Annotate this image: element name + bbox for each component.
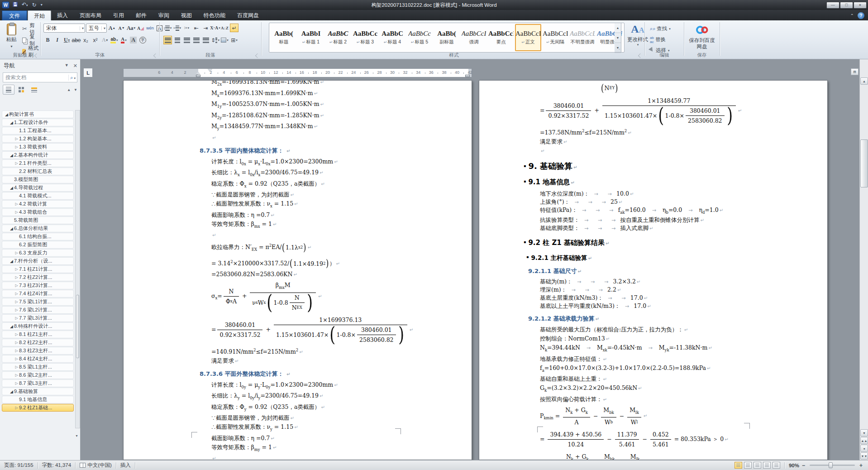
word-app-icon[interactable]: W [2,1,10,9]
change-case-button[interactable]: Aa▾ [127,24,135,33]
nav-item-2.2 材料汇总表[interactable]: 2.2 材料汇总表 [2,168,74,175]
previous-heading-icon[interactable]: ▲ [67,88,71,92]
decrease-indent-button[interactable]: ⇤ [192,24,200,32]
ruler-toggle-button[interactable]: ▤ [851,68,858,75]
sort-button[interactable]: A↓Z [220,24,229,32]
shading-button[interactable]: ▾ [220,36,229,44]
style-要点[interactable]: AaBbCcI要点 [488,24,514,51]
nav-item-7.6 梁L2计算...[interactable]: ▷7.6 梁L2计算... [2,306,74,314]
ribbon-tab-百度网盘[interactable]: 百度网盘 [231,10,265,20]
show-hide-marks-button[interactable]: ↵ [230,24,238,32]
styles-gallery-expand-icon[interactable]: ▼̱ [615,43,621,53]
nav-expander-icon[interactable]: ◢ [9,153,14,158]
nav-expander-icon[interactable]: ▷ [14,332,19,336]
font-name-select[interactable]: 宋体▾ [43,24,85,33]
document-page-left[interactable]: M2x=-1699318.13N·mm=-1.699KN·m↵Mx=169937… [123,80,472,460]
zoom-slider[interactable] [810,465,855,466]
nav-item-2.基本构件统计[interactable]: ◢2.基本构件统计 [2,151,74,159]
select-browse-object-icon[interactable]: ● [860,445,868,452]
copy-button[interactable]: 复制 [21,35,40,45]
style-标题 3[interactable]: AaBbCc↵标题 3 [352,24,378,51]
ribbon-tab-开始[interactable]: 开始 [28,10,51,20]
style-标题[interactable]: AaBb(标题 [271,24,297,51]
style-副标题[interactable]: AaBb(副标题 [434,24,460,51]
styles-scroll-down-icon[interactable]: ▼ [615,33,621,43]
nav-expander-icon[interactable]: ▷ [14,300,19,304]
find-button[interactable]: ⌕⌕查找▾ [649,24,672,34]
nav-expander-icon[interactable]: ◢ [9,120,14,125]
nav-item-4.导荷载过程[interactable]: ◢4.导荷载过程 [2,184,74,192]
save-to-baidu-button[interactable]: 保存到百度网盘 [688,21,716,56]
nav-expander-icon[interactable]: ◢ [9,259,14,264]
nav-expander-icon[interactable]: ▷ [14,292,19,296]
nav-item-6.总体分析结果[interactable]: ◢6.总体分析结果 [2,225,74,232]
nav-item-9.1 地基信息[interactable]: 9.1 地基信息 [2,396,74,403]
align-right-button[interactable] [182,36,191,44]
save-button[interactable] [12,2,19,8]
close-button[interactable]: × [854,2,867,9]
right-indent-marker[interactable] [465,75,470,77]
numbering-button[interactable]: ¹²▾ [173,24,181,32]
insert-mode-indicator[interactable]: 插入 [116,462,135,469]
zoom-slider-thumb[interactable] [829,462,833,468]
font-color-button[interactable]: A▾ [119,36,128,44]
ribbon-tab-文件[interactable]: 文件 [2,10,27,20]
ribbon-tab-引用[interactable]: 引用 [107,10,130,20]
language-indicator[interactable]: 中文(中国) [76,462,116,469]
phonetic-guide-button[interactable]: wén [146,24,154,33]
zoom-out-icon[interactable]: − [801,462,806,469]
nav-item-2.1 杆件类型...[interactable]: ▷2.1 杆件类型... [2,159,74,167]
style-不明显强调[interactable]: AaBbCcL不明显强调 [569,24,596,51]
nav-item-7.2 柱Z2计算...[interactable]: ▷7.2 柱Z2计算... [2,273,74,281]
style-标题 4[interactable]: AaBbC↵标题 4 [379,24,405,51]
nav-tab-headings[interactable] [3,85,14,95]
superscript-button[interactable]: x² [91,36,100,44]
style-标题 1[interactable]: AaBbI↵标题 1 [298,24,324,51]
minimize-button[interactable]: — [826,2,839,9]
navigation-options-icon[interactable]: ▼ [65,63,69,69]
nav-item-7.5 梁L1计算...[interactable]: ▷7.5 梁L1计算... [2,298,74,306]
nav-item-6.1 结构自振...[interactable]: 6.1 结构自振... [2,233,74,240]
previous-page-icon[interactable]: ▲▲ [860,437,868,444]
nav-expander-icon[interactable]: ▷ [14,365,19,369]
nav-item-8.5 梁L1主杆...[interactable]: ▷8.5 梁L1主杆... [2,363,74,371]
vertical-scrollbar[interactable]: ▲ ▼ ▲▲ ● ▼▼ [859,59,868,460]
italic-button[interactable]: I [53,36,62,44]
style-强调[interactable]: AaBbCcI强调 [461,24,487,51]
nav-item-9.基础验算[interactable]: ◢9.基础验算 [2,388,74,395]
ribbon-tab-页面布局[interactable]: 页面布局 [74,10,107,20]
fullscreen-reading-view-icon[interactable] [744,462,752,469]
line-spacing-button[interactable]: ⇕▾ [211,36,219,44]
scroll-down-icon[interactable]: ▼ [860,429,868,436]
restore-button[interactable]: □ [840,2,853,9]
nav-expander-icon[interactable]: ▷ [14,406,19,410]
distribute-button[interactable] [201,36,210,44]
navigation-scroll-down-icon[interactable]: ▼ [74,433,79,438]
nav-item-1.1 工程基本...[interactable]: 1.1 工程基本... [2,127,74,134]
ribbon-tab-插入[interactable]: 插入 [51,10,74,20]
nav-expander-icon[interactable]: ▷ [14,283,19,288]
strikethrough-button[interactable]: abe [72,36,81,44]
bullets-button[interactable]: ⁝▾ [163,24,172,32]
document-page-right[interactable]: (NEY)=380460.010.92×3317.52 + 1×1348459.… [479,80,828,460]
search-icon[interactable]: ⌕ ▾ [68,75,77,81]
nav-expander-icon[interactable]: ▷ [14,308,19,312]
increase-indent-button[interactable]: ⇥ [201,24,210,32]
navigation-close-icon[interactable]: ✕ [73,63,77,69]
ribbon-tab-邮件[interactable]: 邮件 [130,10,153,20]
bold-button[interactable]: B [43,36,52,44]
ribbon-tab-特色功能[interactable]: 特色功能 [198,10,231,20]
web-layout-view-icon[interactable] [754,462,761,469]
nav-expander-icon[interactable]: ▷ [14,357,19,361]
search-input[interactable] [3,75,68,80]
paste-dropdown-icon[interactable]: ▼ [10,43,13,50]
next-heading-icon[interactable]: ▼ [74,88,77,92]
nav-item-8.6 梁L2主杆...[interactable]: ▷8.6 梁L2主杆... [2,371,74,379]
hanging-indent-marker[interactable] [196,75,200,77]
subscript-button[interactable]: x₂ [81,36,90,44]
style-正文[interactable]: AaBbCcI↵正文 [515,24,541,51]
nav-expander-icon[interactable]: ▷ [14,349,19,353]
align-left-button[interactable] [163,36,172,44]
nav-expander-icon[interactable]: ▷ [14,373,19,377]
clear-formatting-button[interactable]: A◢ [136,24,145,33]
